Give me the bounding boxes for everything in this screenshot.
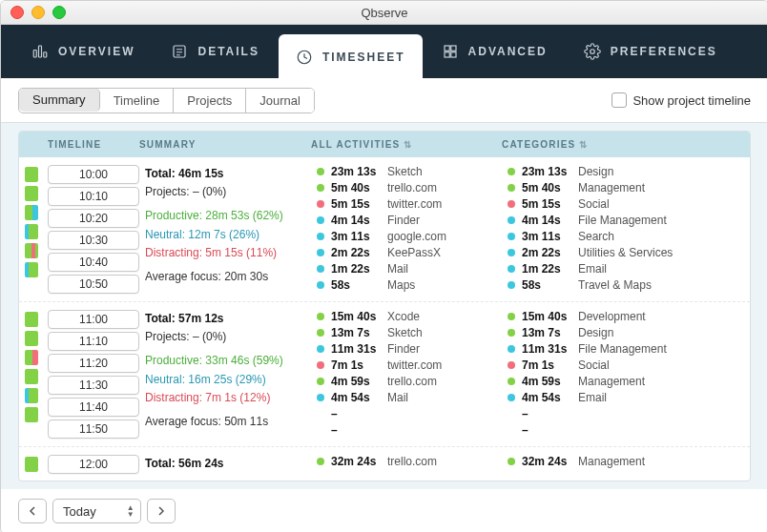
header-timeline: TIMELINE [42, 139, 139, 150]
footer: Today ▲▼ [1, 489, 767, 532]
activities-cell: 32m 24strello.com [317, 455, 508, 474]
svg-rect-10 [445, 52, 449, 57]
time-chip[interactable]: 12:00 [48, 455, 139, 474]
list-item: 58sTravel & Maps [508, 278, 744, 292]
list-item: 4m 54sEmail [508, 391, 744, 404]
content-area: TIMELINE SUMMARY ALL ACTIVITIES⇅ CATEGOR… [1, 123, 767, 489]
list-item: 4m 14sFinder [317, 214, 508, 227]
status-dot-icon [508, 233, 515, 240]
time-chip[interactable]: 10:10 [48, 187, 139, 206]
time-chip[interactable]: 10:40 [48, 253, 139, 272]
list-item: 2m 22sUtilities & Services [508, 246, 744, 259]
table-body[interactable]: 10:0010:1010:2010:3010:4010:50Total: 46m… [19, 157, 750, 481]
list-item: – [508, 423, 744, 437]
time-chip[interactable]: 10:30 [48, 231, 139, 250]
chevron-left-icon [29, 506, 36, 516]
timeline-bar [25, 369, 38, 384]
timeline-bar [25, 407, 38, 422]
status-dot-icon [508, 281, 515, 289]
app-window: Qbserve OVERVIEW DETAILS TIMESHEET ADVAN… [0, 0, 767, 532]
status-dot-icon [317, 313, 324, 320]
time-chip[interactable]: 10:20 [48, 209, 139, 228]
time-chip[interactable]: 11:10 [48, 332, 139, 351]
activities-cell: 15m 40sXcode13m 7sSketch11m 31sFinder7m … [317, 310, 508, 439]
table-row: 12:00Total: 56m 24s32m 24strello.com32m … [19, 447, 750, 481]
status-dot-icon [317, 168, 324, 175]
timesheet-table: TIMELINE SUMMARY ALL ACTIVITIES⇅ CATEGOR… [18, 131, 751, 481]
list-item: 4m 54sMail [317, 391, 508, 404]
toolbar: Summary Timeline Projects Journal Show p… [1, 78, 767, 123]
list-item: 5m 15stwitter.com [317, 197, 508, 211]
svg-rect-2 [44, 52, 47, 57]
status-dot-icon [508, 313, 515, 320]
header-categories[interactable]: CATEGORIES⇅ [502, 139, 744, 150]
sort-icon: ⇅ [404, 139, 412, 150]
status-dot-icon [317, 426, 324, 434]
list-item: 7m 1sSocial [508, 358, 744, 372]
titlebar: Qbserve [1, 1, 767, 25]
summary-cell: Total: 56m 24s [145, 455, 317, 474]
next-button[interactable] [147, 499, 176, 523]
status-dot-icon [317, 281, 324, 289]
list-item: – [317, 407, 508, 420]
list-item: 15m 40sXcode [317, 310, 508, 323]
status-dot-icon [317, 249, 324, 256]
list-item: 13m 7sSketch [317, 326, 508, 339]
time-chip[interactable]: 11:40 [48, 398, 139, 417]
timeline-bar [25, 350, 38, 365]
main-navbar: OVERVIEW DETAILS TIMESHEET ADVANCED PREF… [1, 25, 767, 78]
timeline-bar [25, 167, 38, 182]
prev-button[interactable] [18, 499, 47, 523]
chevron-right-icon [157, 506, 165, 516]
status-dot-icon [508, 426, 515, 434]
status-dot-icon [508, 458, 515, 465]
list-item: 4m 14sFile Management [508, 214, 744, 227]
status-dot-icon [508, 265, 515, 273]
header-activities[interactable]: ALL ACTIVITIES⇅ [311, 139, 502, 150]
timeline-bar [25, 312, 38, 327]
gear-icon [584, 43, 601, 60]
list-item: 23m 13sSketch [317, 165, 508, 178]
categories-cell: 32m 24sManagement [508, 455, 744, 474]
checkbox-icon [612, 92, 627, 108]
stepper-icon: ▲▼ [127, 504, 135, 518]
tab-details[interactable]: DETAILS [154, 25, 276, 78]
time-chip[interactable]: 10:00 [48, 165, 139, 184]
time-chip[interactable]: 11:00 [48, 310, 139, 329]
list-item: 4m 59strello.com [317, 375, 508, 388]
status-dot-icon [317, 378, 324, 385]
list-item: 5m 40sManagement [508, 181, 744, 194]
tab-timesheet[interactable]: TIMESHEET [279, 34, 423, 79]
segment-projects[interactable]: Projects [174, 89, 246, 113]
status-dot-icon [317, 233, 324, 240]
time-chip[interactable]: 11:20 [48, 354, 139, 373]
status-dot-icon [317, 394, 324, 401]
tab-preferences[interactable]: PREFERENCES [567, 25, 735, 78]
svg-rect-8 [445, 46, 449, 51]
status-dot-icon [508, 345, 515, 353]
time-chip[interactable]: 10:50 [48, 275, 139, 294]
window-title: Qbserve [1, 6, 767, 20]
svg-rect-9 [450, 46, 455, 51]
segment-journal[interactable]: Journal [246, 89, 314, 113]
time-chip[interactable]: 11:30 [48, 376, 139, 395]
activities-cell: 23m 13sSketch5m 40strello.com5m 15stwitt… [317, 165, 508, 294]
time-chip[interactable]: 11:50 [48, 419, 139, 439]
list-item: 11m 31sFile Management [508, 342, 744, 356]
list-item: – [317, 423, 508, 437]
list-item: 15m 40sDevelopment [508, 310, 744, 323]
status-dot-icon [508, 184, 515, 192]
timeline-bar [25, 243, 38, 258]
timeline-bar [25, 205, 38, 220]
show-project-timeline-checkbox[interactable]: Show project timeline [612, 92, 751, 108]
segment-summary[interactable]: Summary [19, 89, 100, 112]
tab-overview[interactable]: OVERVIEW [14, 25, 152, 78]
segment-timeline[interactable]: Timeline [100, 89, 175, 113]
status-dot-icon [508, 378, 515, 385]
date-selector[interactable]: Today ▲▼ [52, 499, 141, 523]
list-item: 13m 7sDesign [508, 326, 744, 339]
tab-advanced[interactable]: ADVANCED [425, 25, 565, 78]
status-dot-icon [508, 329, 515, 337]
summary-cell: Total: 46m 15sProjects: – (0%)Productive… [145, 165, 317, 294]
status-dot-icon [317, 216, 324, 224]
